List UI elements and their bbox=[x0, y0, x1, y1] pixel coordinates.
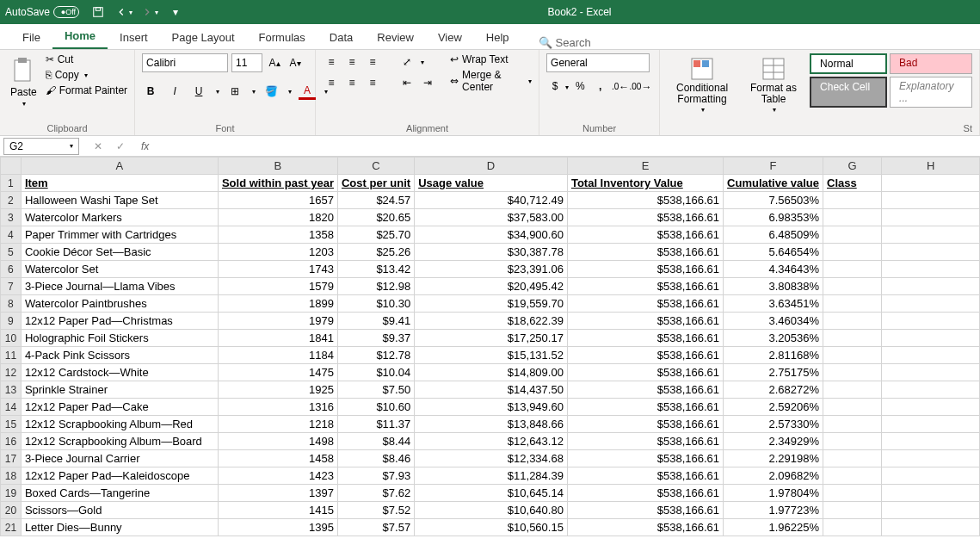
cell[interactable]: $20.65 bbox=[337, 209, 414, 226]
orientation-icon[interactable]: ⤢ bbox=[398, 53, 416, 71]
save-icon[interactable] bbox=[89, 3, 107, 21]
cell[interactable] bbox=[882, 278, 980, 295]
decrease-decimal-icon[interactable]: .00→ bbox=[632, 78, 649, 96]
cell[interactable]: 1203 bbox=[218, 244, 337, 261]
cell[interactable]: Usage value bbox=[415, 175, 568, 192]
format-as-table-button[interactable]: Format as Table▾ bbox=[743, 53, 804, 118]
cell[interactable]: $538,166.61 bbox=[567, 381, 723, 399]
font-size-select[interactable] bbox=[231, 53, 262, 72]
cell[interactable]: $538,166.61 bbox=[567, 450, 723, 467]
cell[interactable]: Sprinkle Strainer bbox=[21, 381, 218, 399]
column-header-F[interactable]: F bbox=[724, 158, 823, 175]
cell[interactable]: $538,166.61 bbox=[567, 399, 723, 416]
cell[interactable]: 1899 bbox=[218, 295, 337, 313]
cell[interactable] bbox=[823, 313, 882, 330]
cell[interactable] bbox=[823, 226, 882, 244]
cell[interactable]: 6.98353% bbox=[724, 209, 823, 226]
column-header-C[interactable]: C bbox=[337, 158, 414, 175]
cell[interactable]: $538,166.61 bbox=[567, 347, 723, 364]
cell[interactable] bbox=[882, 175, 980, 192]
row-header[interactable]: 11 bbox=[1, 347, 22, 364]
cell[interactable]: 1579 bbox=[218, 278, 337, 295]
cell[interactable]: $19,559.70 bbox=[415, 295, 568, 313]
cell[interactable]: $538,166.61 bbox=[567, 244, 723, 261]
cell[interactable]: $9.37 bbox=[337, 330, 414, 347]
cell[interactable]: $13,848.66 bbox=[415, 416, 568, 433]
cell[interactable]: $538,166.61 bbox=[567, 416, 723, 433]
row-header[interactable]: 3 bbox=[1, 209, 22, 226]
cell[interactable]: 1415 bbox=[218, 502, 337, 519]
tab-review[interactable]: Review bbox=[365, 26, 426, 49]
cell[interactable]: 1925 bbox=[218, 381, 337, 399]
cell[interactable]: 1316 bbox=[218, 399, 337, 416]
redo-icon[interactable]: ▾ bbox=[141, 3, 158, 21]
cell[interactable]: Paper Trimmer with Cartridges bbox=[21, 226, 218, 244]
increase-font-icon[interactable]: A▴ bbox=[266, 54, 283, 71]
tab-page-layout[interactable]: Page Layout bbox=[160, 26, 247, 49]
wrap-text-button[interactable]: ↩ Wrap Text bbox=[450, 53, 532, 65]
worksheet-grid[interactable]: A B C D E F G H 1 Item Sold within past … bbox=[0, 157, 980, 551]
align-right-icon[interactable]: ≡ bbox=[364, 74, 381, 91]
cell[interactable]: 3-Piece Journal—Llama Vibes bbox=[21, 278, 218, 295]
cell[interactable]: $13,949.60 bbox=[415, 399, 568, 416]
select-all-corner[interactable] bbox=[1, 158, 22, 175]
cell[interactable]: $538,166.61 bbox=[567, 519, 723, 536]
cell[interactable] bbox=[882, 295, 980, 313]
column-header-D[interactable]: D bbox=[415, 158, 568, 175]
cell[interactable] bbox=[882, 467, 980, 485]
font-color-button[interactable]: A bbox=[299, 83, 316, 100]
decrease-indent-icon[interactable]: ⇤ bbox=[398, 74, 416, 91]
row-header[interactable]: 4 bbox=[1, 226, 22, 244]
cell[interactable] bbox=[882, 226, 980, 244]
cell[interactable] bbox=[823, 416, 882, 433]
cell[interactable] bbox=[823, 467, 882, 485]
row-header[interactable]: 18 bbox=[1, 467, 22, 485]
cell[interactable]: 12x12 Scrapbooking Album—Red bbox=[21, 416, 218, 433]
cell[interactable]: Cookie Décor Set—Basic bbox=[21, 244, 218, 261]
cell[interactable]: 3.63451% bbox=[724, 295, 823, 313]
column-header-A[interactable]: A bbox=[21, 158, 218, 175]
cell[interactable]: $11,284.39 bbox=[415, 467, 568, 485]
cell[interactable] bbox=[882, 450, 980, 467]
merge-center-button[interactable]: ⇔ Merge & Center ▾ bbox=[450, 69, 532, 93]
row-header[interactable]: 14 bbox=[1, 399, 22, 416]
cell[interactable] bbox=[882, 209, 980, 226]
cell[interactable]: $10,640.80 bbox=[415, 502, 568, 519]
cell[interactable] bbox=[882, 485, 980, 502]
cancel-formula-icon[interactable]: ✕ bbox=[89, 138, 107, 155]
tab-insert[interactable]: Insert bbox=[108, 26, 160, 49]
cell[interactable] bbox=[823, 450, 882, 467]
cell[interactable]: 1358 bbox=[218, 226, 337, 244]
cell[interactable]: $538,166.61 bbox=[567, 467, 723, 485]
style-bad[interactable]: Bad bbox=[890, 53, 972, 74]
cell[interactable]: 2.29198% bbox=[724, 450, 823, 467]
cell[interactable] bbox=[823, 519, 882, 536]
currency-icon[interactable]: $ bbox=[546, 77, 564, 95]
cell[interactable]: 1.96225% bbox=[724, 519, 823, 536]
row-header[interactable]: 16 bbox=[1, 433, 22, 450]
row-header[interactable]: 1 bbox=[1, 175, 22, 192]
cell[interactable]: $538,166.61 bbox=[567, 330, 723, 347]
cell[interactable] bbox=[823, 485, 882, 502]
column-header-E[interactable]: E bbox=[567, 158, 723, 175]
row-header[interactable]: 15 bbox=[1, 416, 22, 433]
cell[interactable]: 1820 bbox=[218, 209, 337, 226]
cell[interactable]: 12x12 Paper Pad—Christmas bbox=[21, 313, 218, 330]
cell[interactable]: $8.46 bbox=[337, 450, 414, 467]
cell[interactable]: $11.37 bbox=[337, 416, 414, 433]
italic-button[interactable]: I bbox=[166, 83, 183, 100]
cell[interactable]: 1657 bbox=[218, 192, 337, 209]
cell[interactable]: 5.64654% bbox=[724, 244, 823, 261]
cell[interactable]: 4.34643% bbox=[724, 261, 823, 278]
row-header[interactable]: 21 bbox=[1, 519, 22, 536]
increase-indent-icon[interactable]: ⇥ bbox=[419, 74, 436, 91]
cell-styles-gallery[interactable]: Normal Bad Check Cell Explanatory ... bbox=[810, 53, 972, 108]
cell[interactable]: Scissors—Gold bbox=[21, 502, 218, 519]
row-header[interactable]: 19 bbox=[1, 485, 22, 502]
cell[interactable]: Item bbox=[21, 175, 218, 192]
align-left-icon[interactable]: ≡ bbox=[323, 74, 340, 91]
cell[interactable] bbox=[882, 519, 980, 536]
style-normal[interactable]: Normal bbox=[810, 53, 887, 74]
cell[interactable]: 1218 bbox=[218, 416, 337, 433]
cell[interactable] bbox=[882, 244, 980, 261]
